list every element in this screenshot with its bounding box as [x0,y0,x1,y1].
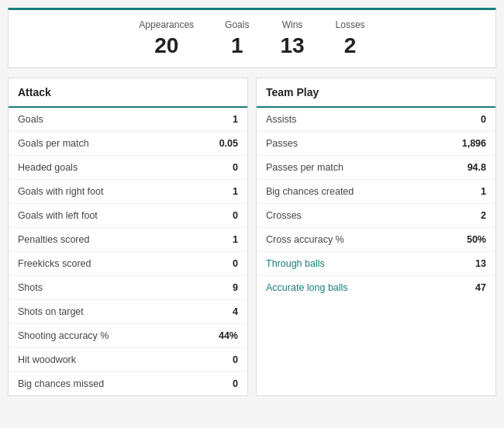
stat-label: Big chances created [266,186,354,197]
attack-title: Attack [9,78,247,108]
stat-value: 44% [219,330,238,341]
attack-stat-row: Shooting accuracy % 44% [9,324,247,348]
attack-stat-row: Shots 9 [9,276,247,300]
stat-value: 0 [233,354,238,365]
stat-label: Goals [18,114,43,125]
attack-stat-row: Shots on target 4 [9,300,247,324]
summary-stat-goals: Goals 1 [225,19,249,58]
summary-stat-label: Wins [280,19,304,30]
stat-value: 0 [233,378,238,389]
teamplay-title: Team Play [257,78,495,108]
attack-stat-row: Hit woodwork 0 [9,348,247,372]
stat-label: Big chances missed [18,378,104,389]
summary-stat-label: Appearances [139,19,194,30]
stat-value: 0 [233,258,238,269]
stat-value: 0.05 [219,138,238,149]
teamplay-stat-row: Big chances created 1 [257,180,495,204]
stat-value: 50% [467,234,486,245]
attack-stat-row: Goals with right foot 1 [9,180,247,204]
stat-label: Passes [266,138,298,149]
attack-stat-row: Goals 1 [9,108,247,132]
stat-label: Accurate long balls [266,282,348,293]
summary-stat-label: Losses [336,19,365,30]
summary-stat-label: Goals [225,19,249,30]
teamplay-stat-row: Accurate long balls 47 [257,276,495,299]
attack-stat-row: Headed goals 0 [9,156,247,180]
stat-label: Through balls [266,258,325,269]
stat-label: Shots [18,282,43,293]
summary-stat-value: 13 [280,33,304,58]
stat-label: Shots on target [18,306,84,317]
summary-card: Appearances 20 Goals 1 Wins 13 Losses 2 [8,8,496,68]
attack-stat-row: Goals per match 0.05 [9,132,247,156]
stat-value: 1 [233,234,238,245]
stat-label: Crosses [266,210,302,221]
stat-label: Headed goals [18,162,78,173]
stat-value: 47 [475,282,486,293]
teamplay-stat-row: Crosses 2 [257,204,495,228]
attack-stat-row: Goals with left foot 0 [9,204,247,228]
teamplay-stat-row: Cross accuracy % 50% [257,228,495,252]
summary-stat-losses: Losses 2 [336,19,365,58]
stat-label: Assists [266,114,297,125]
stat-value: 1,896 [462,138,486,149]
attack-stat-row: Freekicks scored 0 [9,252,247,276]
stat-value: 1 [233,186,238,197]
teamplay-stat-row: Through balls 13 [257,252,495,276]
stat-value: 13 [475,258,486,269]
stat-value: 0 [233,162,238,173]
stat-value: 0 [233,210,238,221]
stat-value: 0 [481,114,486,125]
stat-label: Goals with left foot [18,210,98,221]
stat-label: Freekicks scored [18,258,91,269]
stat-label: Shooting accuracy % [18,330,109,341]
teamplay-panel: Team Play Assists 0 Passes 1,896 Passes … [256,78,496,396]
stat-label: Penalties scored [18,234,89,245]
stat-label: Goals with right foot [18,186,103,197]
stats-columns: Attack Goals 1 Goals per match 0.05 Head… [8,78,496,396]
stat-label: Goals per match [18,138,89,149]
summary-stat-appearances: Appearances 20 [139,19,194,58]
teamplay-stat-row: Passes per match 94.8 [257,156,495,180]
attack-stat-row: Big chances missed 0 [9,372,247,395]
stat-value: 1 [233,114,238,125]
stat-label: Cross accuracy % [266,234,344,245]
summary-stat-wins: Wins 13 [280,19,304,58]
summary-stat-value: 2 [336,33,365,58]
summary-stat-value: 20 [139,33,194,58]
stat-value: 9 [233,282,238,293]
attack-panel: Attack Goals 1 Goals per match 0.05 Head… [8,78,248,396]
summary-stat-value: 1 [225,33,249,58]
teamplay-stat-row: Assists 0 [257,108,495,132]
teamplay-stat-row: Passes 1,896 [257,132,495,156]
stat-value: 2 [481,210,486,221]
stat-value: 94.8 [468,162,486,173]
stat-value: 1 [481,186,486,197]
stat-value: 4 [233,306,238,317]
stat-label: Hit woodwork [18,354,76,365]
stat-label: Passes per match [266,162,343,173]
attack-stat-row: Penalties scored 1 [9,228,247,252]
